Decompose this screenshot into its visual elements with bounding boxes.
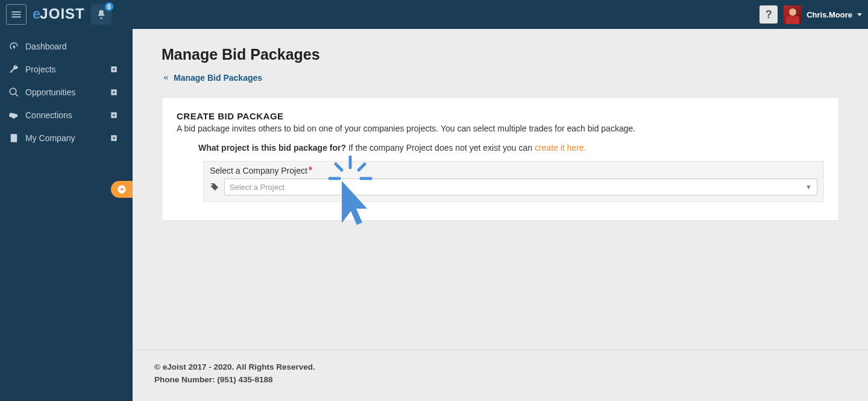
hamburger-icon bbox=[10, 8, 22, 21]
notifications-badge: 0 bbox=[105, 2, 113, 11]
tag-icon bbox=[210, 182, 219, 192]
double-chevron-left-icon bbox=[162, 74, 170, 81]
create-project-link[interactable]: create it here. bbox=[535, 143, 587, 153]
card-heading: CREATE BID PACKAGE bbox=[177, 111, 824, 121]
plus-square-icon bbox=[110, 65, 118, 74]
sidebar-item-label: Projects bbox=[25, 65, 110, 74]
plus-square-icon bbox=[110, 134, 118, 142]
username-label: Chris.Moore bbox=[807, 10, 852, 19]
page-body: Manage Bid Packages Manage Bid Packages … bbox=[133, 29, 868, 350]
company-project-field: Select a Company Project* Select a Proje… bbox=[203, 161, 824, 202]
breadcrumb-label: Manage Bid Packages bbox=[174, 73, 262, 83]
building-icon bbox=[8, 133, 19, 144]
logo-part-e: e bbox=[33, 5, 40, 22]
user-menu[interactable]: Chris.Moore bbox=[784, 5, 862, 24]
sidebar-item-connections[interactable]: Connections bbox=[0, 104, 133, 127]
gauge-icon bbox=[8, 41, 19, 52]
topbar: eJOIST 0 ? Chris.Moore bbox=[0, 0, 868, 29]
chevron-down-icon bbox=[857, 13, 862, 16]
app-logo[interactable]: eJOIST bbox=[33, 5, 85, 24]
sidebar: Dashboard Projects Opportunities Connect… bbox=[0, 29, 133, 401]
search-dollar-icon bbox=[8, 87, 19, 98]
chevron-down-icon: ▼ bbox=[805, 183, 812, 191]
menu-toggle-button[interactable] bbox=[6, 4, 27, 25]
question-bold: What project is this bid package for? bbox=[198, 143, 346, 153]
main: Manage Bid Packages Manage Bid Packages … bbox=[133, 29, 868, 401]
question-rest: If the company Project does not yet exis… bbox=[346, 143, 535, 153]
project-question: What project is this bid package for? If… bbox=[198, 143, 824, 153]
avatar bbox=[784, 5, 802, 24]
notifications-button[interactable]: 0 bbox=[91, 4, 112, 25]
breadcrumb-back[interactable]: Manage Bid Packages bbox=[162, 73, 839, 83]
sidebar-item-projects[interactable]: Projects bbox=[0, 58, 133, 81]
sidebar-item-label: Dashboard bbox=[25, 42, 124, 51]
sidebar-item-opportunities[interactable]: Opportunities bbox=[0, 81, 133, 104]
footer-copyright: © eJoist 2017 - 2020. All Rights Reserve… bbox=[154, 361, 846, 374]
select-placeholder: Select a Project bbox=[230, 183, 285, 192]
footer-phone: Phone Number: (951) 435-8188 bbox=[154, 374, 846, 387]
page-title: Manage Bid Packages bbox=[162, 46, 839, 63]
plus-square-icon bbox=[110, 88, 118, 96]
logo-part-joist: JOIST bbox=[40, 5, 84, 22]
arrow-left-circle-icon bbox=[117, 185, 127, 194]
required-asterisk: * bbox=[309, 165, 312, 176]
plus-square-icon bbox=[110, 111, 118, 119]
footer: © eJoist 2017 - 2020. All Rights Reserve… bbox=[133, 350, 868, 401]
sidebar-item-label: My Company bbox=[25, 133, 110, 143]
card-description: A bid package invites others to bid on o… bbox=[177, 124, 824, 133]
handshake-icon bbox=[8, 110, 19, 121]
project-select[interactable]: Select a Project ▼ bbox=[224, 178, 817, 195]
create-bid-package-card: CREATE BID PACKAGE A bid package invites… bbox=[162, 97, 839, 221]
help-button[interactable]: ? bbox=[760, 5, 778, 24]
bell-icon bbox=[96, 9, 107, 20]
field-label: Select a Company Project* bbox=[210, 165, 817, 176]
field-label-text: Select a Company Project bbox=[210, 166, 307, 175]
sidebar-collapse-button[interactable] bbox=[111, 181, 133, 198]
sidebar-item-label: Opportunities bbox=[25, 87, 110, 97]
sidebar-item-mycompany[interactable]: My Company bbox=[0, 127, 133, 150]
wrench-icon bbox=[8, 64, 19, 75]
sidebar-item-label: Connections bbox=[25, 110, 110, 120]
sidebar-item-dashboard[interactable]: Dashboard bbox=[0, 35, 133, 58]
